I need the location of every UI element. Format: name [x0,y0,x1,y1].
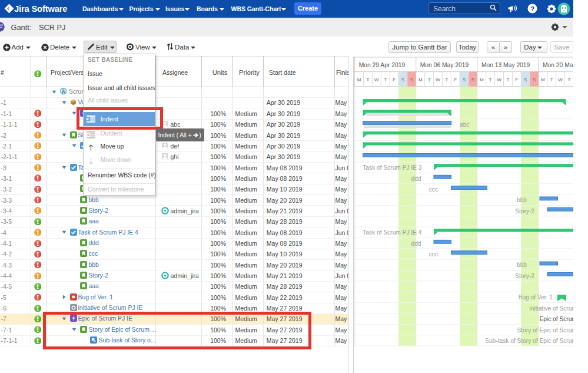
svg-text:W: W [558,77,563,82]
svg-text:S: S [410,77,413,82]
svg-text:T: T [384,77,387,82]
svg-text:S: S [524,77,527,82]
svg-text:Story of Epic of Scrum PJ IE: Story of Epic of Scrum PJ IE [517,327,573,334]
svg-text:bbb: bbb [517,262,527,268]
svg-text:abc: abc [460,121,469,128]
svg-text:Mon 20 May 2019: Mon 20 May 2019 [543,62,573,68]
svg-text:ddd: ddd [411,176,421,182]
svg-text:S: S [471,77,474,82]
svg-text:F: F [454,77,457,82]
svg-text:T: T [550,77,553,82]
svg-text:ccc: ccc [429,251,438,258]
svg-text:M: M [480,77,484,82]
svg-text:W: W [497,77,501,82]
svg-text:ccc: ccc [429,186,438,193]
svg-text:Bug of Ver. 1: Bug of Ver. 1 [519,294,553,301]
svg-text:T: T [489,77,492,82]
svg-text:Story-2: Story-2 [515,273,534,279]
svg-text:W: W [374,77,379,82]
svg-text:Sub-task of Story of Epic of S: Sub-task of Story of Epic of Scrum PJ IE [485,338,573,344]
svg-text:bbb: bbb [517,197,527,203]
svg-text:S: S [463,77,466,82]
svg-text:ddd: ddd [411,240,421,247]
svg-text:T: T [367,77,370,82]
svg-text:Mon 29 Apr 2019: Mon 29 Apr 2019 [359,62,406,68]
svg-text:M: M [541,77,545,82]
svg-text:T: T [428,77,431,82]
svg-text:W: W [436,77,440,82]
svg-text:Task of Scrum PJ IE 4: Task of Scrum PJ IE 4 [363,229,422,236]
svg-text:Mon 13 May 2019: Mon 13 May 2019 [481,62,530,68]
svg-text:M: M [357,77,361,82]
svg-text:Story-2: Story-2 [515,208,534,214]
svg-text:Task of Scrum PJ IE 3: Task of Scrum PJ IE 3 [363,164,422,171]
svg-text:T: T [506,77,509,82]
svg-text:M: M [418,77,423,82]
svg-text:?: ? [530,5,534,12]
svg-text:F: F [515,77,518,82]
svg-text:initiative of Scrum PJ IE: initiative of Scrum PJ IE [529,305,573,312]
svg-text:Epic of Scrum PJ IE: Epic of Scrum PJ IE [539,316,573,322]
svg-text:F: F [393,77,396,82]
svg-text:S: S [401,77,404,82]
svg-text:S: S [533,77,536,82]
svg-text:Mon 06 May 2019: Mon 06 May 2019 [420,62,469,68]
svg-text:T: T [445,77,448,82]
svg-text:T: T [568,77,571,82]
